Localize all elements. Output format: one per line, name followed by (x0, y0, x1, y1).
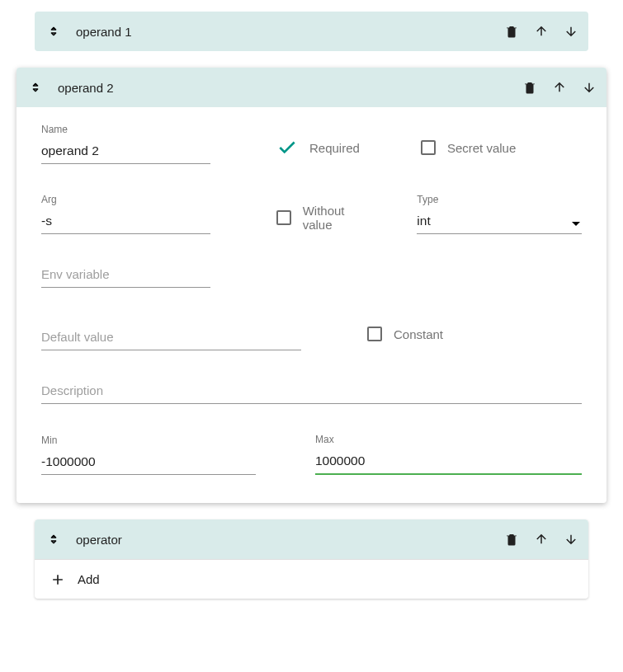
name-input[interactable] (41, 140, 210, 164)
chevron-down-icon[interactable] (572, 222, 580, 226)
min-label: Min (41, 435, 256, 446)
name-label: Name (41, 124, 210, 135)
max-label: Max (315, 434, 582, 445)
unfold-icon[interactable] (46, 532, 61, 547)
panel-header-operator[interactable]: operator (35, 519, 588, 559)
arg-input[interactable] (41, 210, 210, 234)
move-down-icon[interactable] (582, 80, 597, 95)
constant-label: Constant (394, 327, 443, 341)
panel-header-operand-2[interactable]: operand 2 (17, 68, 606, 107)
panel-operand-2: operand 2 Name Required (17, 68, 606, 503)
panel-title: operand 2 (58, 81, 522, 95)
secret-label: Secret value (447, 141, 516, 155)
move-down-icon[interactable] (564, 24, 578, 39)
delete-icon[interactable] (522, 80, 537, 95)
constant-checkbox[interactable] (367, 327, 382, 341)
description-input[interactable] (41, 380, 582, 404)
type-label: Type (417, 194, 582, 205)
move-down-icon[interactable] (564, 532, 578, 547)
secret-checkbox[interactable] (421, 140, 436, 155)
delete-icon[interactable] (504, 532, 519, 547)
env-variable-input[interactable] (41, 264, 210, 288)
min-input[interactable] (41, 451, 256, 475)
arg-label: Arg (41, 194, 210, 205)
panel-title: operand 1 (76, 25, 504, 39)
type-select[interactable] (417, 210, 582, 234)
unfold-icon[interactable] (28, 80, 43, 95)
panel-title: operator (76, 533, 504, 547)
add-label: Add (78, 572, 100, 586)
move-up-icon[interactable] (552, 80, 567, 95)
delete-icon[interactable] (504, 24, 519, 39)
without-value-label: Without value (303, 204, 378, 232)
unfold-icon[interactable] (46, 24, 61, 39)
without-value-checkbox[interactable] (276, 210, 291, 225)
add-button[interactable]: Add (35, 559, 588, 599)
panel-body: Name Required Secret value Arg (17, 107, 606, 503)
required-label: Required (309, 141, 360, 155)
move-up-icon[interactable] (534, 532, 549, 547)
plus-icon (50, 571, 66, 588)
move-up-icon[interactable] (534, 24, 549, 39)
checkmark-icon (276, 137, 298, 158)
default-value-input[interactable] (41, 327, 301, 350)
max-input[interactable] (315, 450, 582, 475)
panel-header-operand-1[interactable]: operand 1 (35, 12, 588, 51)
